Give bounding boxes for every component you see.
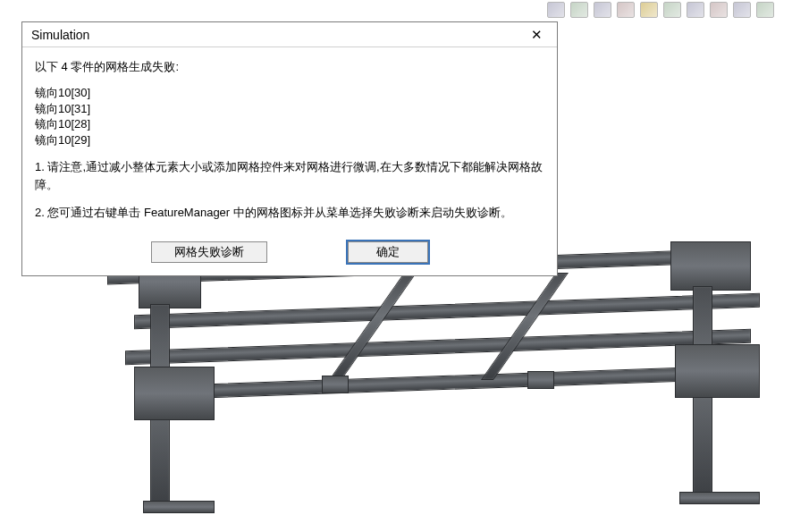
dialog-titlebar[interactable]: Simulation ✕: [22, 22, 557, 47]
tb-icon-4[interactable]: [617, 2, 635, 18]
message-heading: 以下 4 零件的网格生成失败:: [35, 58, 544, 76]
failed-parts-list: 镜向10[30] 镜向10[31] 镜向10[28] 镜向10[29]: [35, 85, 544, 148]
tb-icon-6[interactable]: [663, 2, 681, 18]
failed-part: 镜向10[28]: [35, 116, 544, 132]
ok-button[interactable]: 确定: [348, 241, 428, 263]
tb-icon-3[interactable]: [594, 2, 611, 18]
failed-part: 镜向10[31]: [35, 101, 544, 117]
tb-icon-1[interactable]: [547, 2, 565, 18]
tb-icon-5[interactable]: [640, 2, 658, 18]
dialog-title: Simulation: [31, 28, 89, 42]
top-toolbar: [547, 0, 774, 20]
tb-icon-9[interactable]: [733, 2, 751, 18]
tb-icon-8[interactable]: [710, 2, 728, 18]
tb-icon-10[interactable]: [756, 2, 774, 18]
mesh-failure-diagnose-button[interactable]: 网格失败诊断: [151, 241, 267, 263]
cad-model: [98, 241, 778, 528]
close-button[interactable]: ✕: [521, 25, 552, 45]
tb-icon-2[interactable]: [570, 2, 588, 18]
note-2: 2. 您可通过右键单击 FeatureManager 中的网格图标并从菜单选择失…: [35, 204, 544, 222]
simulation-dialog: Simulation ✕ 以下 4 零件的网格生成失败: 镜向10[30] 镜向…: [21, 21, 558, 276]
tb-icon-7[interactable]: [687, 2, 704, 18]
failed-part: 镜向10[29]: [35, 132, 544, 148]
dialog-body: 以下 4 零件的网格生成失败: 镜向10[30] 镜向10[31] 镜向10[2…: [22, 47, 557, 236]
failed-part: 镜向10[30]: [35, 85, 544, 101]
note-1: 1. 请注意,通过减小整体元素大小或添加网格控件来对网格进行微调,在大多数情况下…: [35, 158, 544, 194]
dialog-button-row: 网格失败诊断 确定: [22, 236, 557, 275]
close-icon: ✕: [531, 28, 543, 41]
